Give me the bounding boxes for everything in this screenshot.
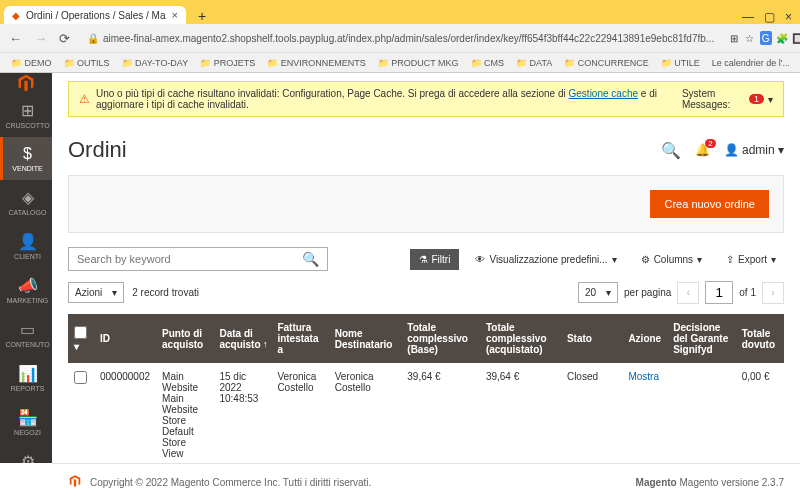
page-input[interactable]: [705, 281, 733, 304]
bookmark[interactable]: 📁 CMS: [466, 57, 510, 69]
export-icon: ⇪: [726, 254, 734, 265]
col-header[interactable]: Stato: [561, 314, 622, 363]
bookmark[interactable]: 📁 DEMO: [6, 57, 57, 69]
ext-icon[interactable]: 🔲: [792, 31, 800, 45]
perpage-select[interactable]: 20▾: [578, 282, 618, 303]
magento-logo[interactable]: [0, 73, 52, 93]
browser-tab[interactable]: ◆ Ordini / Operations / Sales / Ma ×: [4, 6, 186, 24]
nav-cruscotto[interactable]: ⊞CRUSCOTTO: [0, 93, 52, 137]
admin-menu[interactable]: 👤 admin ▾: [724, 143, 784, 157]
record-count: 2 record trovati: [132, 287, 199, 298]
chevron-down-icon: ▾: [768, 94, 773, 105]
bookmark[interactable]: 📁 DAY-TO-DAY: [117, 57, 194, 69]
bookmark[interactable]: 📁 CONCURRENCE: [559, 57, 654, 69]
nav-clienti[interactable]: 👤CLIENTI: [0, 224, 52, 268]
cache-alert: ⚠ Uno o più tipi di cache risultano inva…: [68, 81, 784, 117]
forward-icon[interactable]: →: [31, 31, 50, 46]
search-icon[interactable]: 🔍: [294, 251, 327, 267]
bookmark[interactable]: 📁 ENVIRONNEMENTS: [262, 57, 371, 69]
col-header[interactable]: Totale dovuto: [736, 314, 784, 363]
bookmark[interactable]: 📁 DATA: [511, 57, 557, 69]
columns-button[interactable]: ⚙Columns ▾: [633, 250, 710, 269]
footer: Copyright © 2022 Magento Commerce Inc. T…: [52, 463, 800, 500]
ext-icon[interactable]: G: [760, 31, 772, 45]
filter-icon: ⚗: [419, 254, 428, 265]
nav-marketing[interactable]: 📣MARKETING: [0, 268, 52, 312]
minimize-icon[interactable]: —: [742, 10, 754, 24]
nav-contenuto[interactable]: ▭CONTENUTO: [0, 312, 52, 356]
search-icon[interactable]: 🔍: [661, 141, 681, 160]
nav-sistema[interactable]: ⚙SISTEMA: [0, 444, 52, 463]
warning-icon: ⚠: [79, 92, 90, 106]
gear-icon: ⚙: [641, 254, 650, 265]
col-header[interactable]: Nome Destinatario: [329, 314, 402, 363]
back-icon[interactable]: ←: [6, 31, 25, 46]
page-title: Ordini: [68, 137, 127, 163]
chevron-down-icon: ▾: [112, 287, 117, 298]
ext-icon[interactable]: 🧩: [776, 31, 788, 45]
browser-chrome: ◆ Ordini / Operations / Sales / Ma × + —…: [0, 0, 800, 73]
nav-vendite[interactable]: $VENDITE: [0, 137, 52, 180]
admin-sidebar: ⊞CRUSCOTTO$VENDITE◈CATALOGO👤CLIENTI📣MARK…: [0, 73, 52, 463]
search-input[interactable]: 🔍: [68, 247, 328, 271]
row-select[interactable]: [74, 371, 87, 384]
col-header[interactable]: Decisione del Garante Signifyd: [667, 314, 736, 363]
bookmark[interactable]: 📁 UTILE: [656, 57, 705, 69]
ext-icon[interactable]: ☆: [744, 31, 756, 45]
nav-catalogo[interactable]: ◈CATALOGO: [0, 180, 52, 224]
select-all[interactable]: [74, 326, 87, 339]
export-button[interactable]: ⇪Export ▾: [718, 250, 784, 269]
col-header[interactable]: Azione: [622, 314, 667, 363]
nav-reports[interactable]: 📊REPORTS: [0, 356, 52, 400]
create-order-button[interactable]: Crea nuovo ordine: [650, 190, 769, 218]
system-messages[interactable]: System Messages: 1 ▾: [682, 88, 773, 110]
col-header[interactable]: Totale complessivo (Base): [401, 314, 480, 363]
eye-icon: 👁: [475, 254, 485, 265]
actions-select[interactable]: Azioni▾: [68, 282, 124, 303]
bookmark[interactable]: 📁 PROJETS: [195, 57, 260, 69]
col-header[interactable]: Punto di acquisto: [156, 314, 213, 363]
col-header[interactable]: Totale complessivo (acquistato): [480, 314, 561, 363]
magento-logo-icon: [68, 474, 82, 490]
lock-icon: 🔒: [87, 33, 99, 44]
nav-negozi[interactable]: 🏪NEGOZI: [0, 400, 52, 444]
prev-page-button[interactable]: ‹: [677, 282, 699, 304]
tab-close-icon[interactable]: ×: [172, 9, 178, 21]
col-header[interactable]: Data di acquisto: [213, 314, 271, 363]
close-icon[interactable]: ×: [785, 10, 792, 24]
filters-button[interactable]: ⚗Filtri: [410, 249, 460, 270]
view-button[interactable]: 👁Visualizzazione predefini... ▾: [467, 250, 624, 269]
view-link[interactable]: Mostra: [628, 371, 659, 382]
ext-icon[interactable]: ⊞: [728, 31, 740, 45]
bookmark[interactable]: 📁 OUTILS: [59, 57, 115, 69]
cache-link[interactable]: Gestione cache: [569, 88, 639, 99]
col-header[interactable]: ID: [94, 314, 156, 363]
notifications-icon[interactable]: 🔔2: [695, 143, 710, 157]
address-bar[interactable]: 🔒 aimee-final-amex.magento2.shopshelf.to…: [79, 30, 722, 47]
bookmark[interactable]: Le calendrier de l'...: [707, 57, 795, 69]
reload-icon[interactable]: ⟳: [56, 31, 73, 46]
bookmarks-bar: 📁 DEMO📁 OUTILS📁 DAY-TO-DAY📁 PROJETS📁 ENV…: [0, 52, 800, 72]
maximize-icon[interactable]: ▢: [764, 10, 775, 24]
table-row[interactable]: 000000002Main Website Main Website Store…: [68, 363, 784, 463]
next-page-button[interactable]: ›: [762, 282, 784, 304]
chevron-down-icon: ▾: [606, 287, 611, 298]
new-tab-button[interactable]: +: [190, 8, 214, 24]
bookmark[interactable]: 📁 PRODUCT MKG: [373, 57, 464, 69]
orders-table: ▾IDPunto di acquistoData di acquistoFatt…: [68, 314, 784, 463]
col-header[interactable]: Fattura intestata a: [271, 314, 328, 363]
